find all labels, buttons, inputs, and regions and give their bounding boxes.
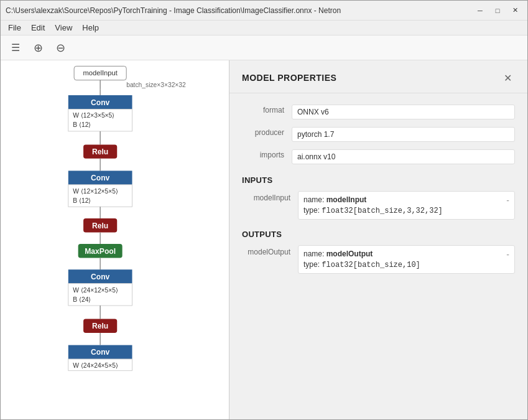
- prop-label-format: format: [242, 105, 292, 114]
- inputs-section-header: INPUTS: [229, 168, 527, 189]
- menu-bar: File Edit View Help: [1, 21, 527, 35]
- io-label-modelinput: modelInput: [242, 191, 298, 202]
- close-icon: ✕: [504, 72, 512, 84]
- input-name-line: name: modelInput: [303, 195, 509, 204]
- svg-text:Relu: Relu: [92, 222, 108, 230]
- title-bar: C:\Users\alexzak\Source\Repos\PyTorchTra…: [1, 1, 527, 21]
- maximize-button[interactable]: □: [490, 4, 505, 17]
- properties-panel: MODEL PROPERTIES ✕ format ONNX v6 produc…: [229, 60, 527, 420]
- svg-text:Conv: Conv: [91, 174, 110, 182]
- svg-text:Conv: Conv: [91, 98, 110, 107]
- panel-header: MODEL PROPERTIES ✕: [229, 60, 527, 93]
- zoom-in-icon: ⊕: [34, 41, 43, 55]
- svg-text:Relu: Relu: [92, 322, 108, 330]
- toolbar: ☰ ⊕ ⊖: [1, 35, 527, 60]
- minimize-button[interactable]: ─: [473, 4, 488, 17]
- outputs-section-header: OUTPUTS: [229, 222, 527, 243]
- prop-label-producer: producer: [242, 127, 292, 137]
- prop-value-imports: ai.onnx v10: [292, 149, 515, 164]
- output-type-line: type: float32[batch_size,10]: [303, 260, 509, 269]
- title-bar-controls: ─ □ ✕: [473, 4, 522, 17]
- io-value-modeloutput: - name: modelOutput type: float32[batch_…: [298, 245, 515, 274]
- prop-row-producer: producer pytorch 1.7: [229, 123, 527, 146]
- main-area: modelInput batch_size×3×32×32 Conv W ⟨12…: [1, 60, 527, 420]
- prop-value-format: ONNX v6: [292, 105, 515, 119]
- panel-content: format ONNX v6 producer pytorch 1.7 impo…: [229, 93, 527, 284]
- svg-text:B ⟨24⟩: B ⟨24⟩: [73, 296, 91, 303]
- zoom-in-button[interactable]: ⊕: [28, 38, 48, 58]
- menu-view[interactable]: View: [50, 22, 77, 34]
- prop-value-producer: pytorch 1.7: [292, 127, 515, 142]
- zoom-out-button[interactable]: ⊖: [50, 38, 70, 58]
- io-minus-modeloutput: -: [506, 250, 509, 259]
- prop-label-imports: imports: [242, 149, 292, 159]
- panel-close-button[interactable]: ✕: [500, 70, 515, 85]
- svg-text:W ⟨12×12×5×5⟩: W ⟨12×12×5×5⟩: [73, 188, 118, 195]
- svg-text:B ⟨12⟩: B ⟨12⟩: [73, 121, 91, 128]
- svg-text:Relu: Relu: [92, 147, 108, 156]
- io-minus-modelinput: -: [506, 195, 509, 205]
- svg-text:batch_size×3×32×32: batch_size×3×32×32: [126, 82, 186, 88]
- output-name-line: name: modelOutput: [303, 250, 509, 258]
- menu-file[interactable]: File: [3, 22, 26, 34]
- sidebar-toggle-button[interactable]: ☰: [6, 38, 25, 58]
- svg-text:W ⟨24×24×5×5⟩: W ⟨24×24×5×5⟩: [73, 362, 118, 369]
- menu-edit[interactable]: Edit: [26, 22, 50, 34]
- title-bar-text: C:\Users\alexzak\Source\Repos\PyTorchTra…: [6, 6, 473, 15]
- sidebar-icon: ☰: [11, 42, 20, 54]
- graph-svg: modelInput batch_size×3×32×32 Conv W ⟨12…: [1, 60, 229, 420]
- io-value-modelinput: - name: modelInput type: float32[batch_s…: [298, 191, 515, 220]
- svg-text:B ⟨12⟩: B ⟨12⟩: [73, 197, 91, 204]
- panel-title: MODEL PROPERTIES: [242, 73, 336, 83]
- svg-text:Conv: Conv: [91, 348, 110, 357]
- svg-text:MaxPool: MaxPool: [85, 247, 116, 256]
- input-type-line: type: float32[batch_size,3,32,32]: [303, 206, 509, 215]
- svg-text:W ⟨24×12×5×5⟩: W ⟨24×12×5×5⟩: [73, 287, 118, 294]
- prop-row-imports: imports ai.onnx v10: [229, 146, 527, 168]
- prop-row-format: format ONNX v6: [229, 101, 527, 123]
- output-row-modeloutput: modelOutput - name: modelOutput type: fl…: [229, 243, 527, 276]
- menu-help[interactable]: Help: [77, 22, 104, 34]
- io-label-modeloutput: modelOutput: [242, 245, 298, 256]
- input-row-modelinput: modelInput - name: modelInput type: floa…: [229, 189, 527, 222]
- svg-text:W ⟨12×3×5×5⟩: W ⟨12×3×5×5⟩: [73, 112, 114, 119]
- zoom-out-icon: ⊖: [56, 41, 65, 55]
- graph-area[interactable]: modelInput batch_size×3×32×32 Conv W ⟨12…: [1, 60, 229, 420]
- svg-text:Conv: Conv: [91, 273, 110, 281]
- close-button[interactable]: ✕: [507, 4, 522, 17]
- svg-text:modelInput: modelInput: [83, 69, 118, 77]
